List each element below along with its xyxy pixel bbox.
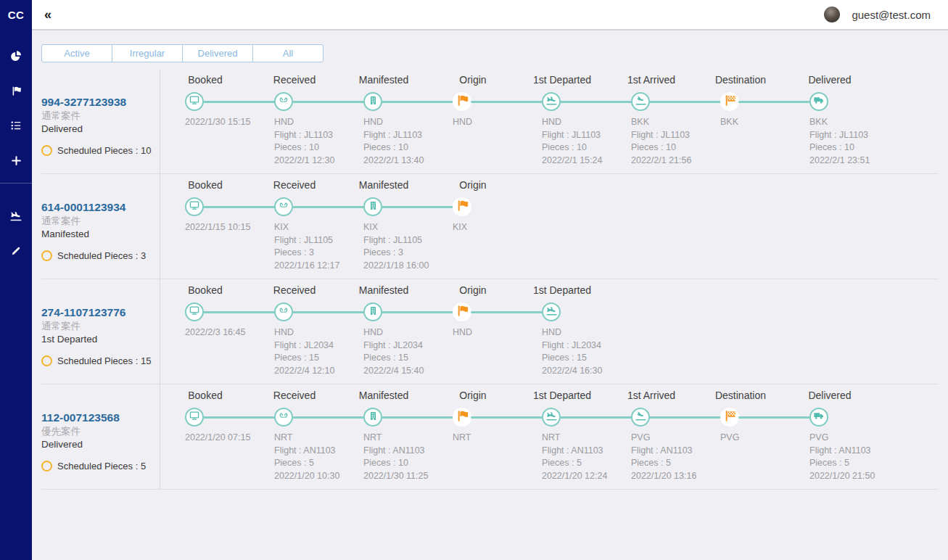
stage-detail: 2022/2/3 16:45 (185, 326, 274, 339)
stage-detail: PVG (720, 432, 809, 445)
building-icon (363, 408, 382, 427)
stage-details: HNDFlight : JL1103Pieces : 102022/2/1 13… (363, 116, 453, 167)
stage-detail: Flight : JL2034 (542, 339, 631, 353)
stage-detail: PVG (809, 432, 899, 445)
tab-all[interactable]: All (252, 44, 323, 62)
timeline-stage: Origin KIX (453, 179, 542, 279)
stage-detail: HND (363, 326, 453, 339)
stage-details: BKKFlight : JL1103Pieces : 102022/2/1 23… (809, 116, 899, 167)
case-status: Delivered (41, 438, 160, 451)
scheduled-pieces: Scheduled Pieces : 3 (41, 250, 160, 261)
timeline-stage: 1st Departed NRTFlight : AN1103Pieces : … (542, 390, 631, 489)
stage-details: KIXFlight : JL1105Pieces : 32022/1/18 16… (363, 221, 453, 272)
timeline-stage: Booked 2022/2/3 16:45 (185, 284, 274, 384)
user-menu[interactable]: guest@test.com (824, 7, 931, 22)
stage-detail: HND (274, 116, 363, 129)
shipment-info: 614-0001123934 通常案件 Manifested Scheduled… (41, 174, 160, 279)
case-type: 通常案件 (41, 110, 160, 123)
stage-detail: Pieces : 10 (363, 141, 453, 155)
stage-label: 1st Departed (533, 390, 591, 401)
tab-active[interactable]: Active (41, 44, 112, 62)
timeline-connector (292, 206, 364, 208)
tab-irregular[interactable]: Irregular (112, 44, 183, 62)
stage-detail: Pieces : 10 (363, 457, 453, 470)
hands-icon (274, 197, 293, 216)
stage-detail: 2022/2/1 23:51 (809, 155, 899, 168)
timeline-stage: 1st Departed HNDFlight : JL2034Pieces : … (542, 284, 631, 384)
scheduled-pieces-label: Scheduled Pieces : 3 (57, 250, 146, 261)
timeline-connector (203, 416, 275, 419)
case-number[interactable]: 994-3277123938 (41, 95, 160, 109)
stage-detail: 2022/2/4 12:10 (274, 365, 363, 378)
stage-detail: Pieces : 15 (363, 352, 453, 365)
stage-label: Origin (459, 74, 486, 86)
timeline-connector (382, 311, 453, 313)
stage-label: Received (273, 284, 316, 296)
sidebar: CC (0, 0, 32, 560)
timeline-stage: Received KIXFlight : JL1105Pieces : 3202… (274, 179, 363, 279)
stage-label: Origin (459, 390, 486, 401)
stage-detail: 2022/1/30 11:25 (363, 470, 453, 483)
stage-details: 2022/2/3 16:45 (185, 326, 274, 339)
sidebar-item-edit[interactable] (0, 234, 32, 268)
stage-detail: 2022/2/4 16:30 (542, 365, 631, 378)
stage-label: 1st Departed (533, 284, 591, 296)
case-type: 優先案件 (41, 425, 160, 438)
stage-detail: NRT (363, 432, 453, 445)
sidebar-item-flights[interactable] (0, 199, 32, 234)
stage-detail: 2022/1/20 07:15 (185, 432, 274, 445)
timeline-stage: Manifested KIXFlight : JL1105Pieces : 32… (363, 179, 453, 279)
plane-takeoff-icon (542, 302, 561, 321)
airplane-icon (9, 210, 22, 223)
stage-detail: Pieces : 5 (631, 457, 720, 470)
stage-details: NRTFlight : AN1103Pieces : 52022/1/20 10… (274, 432, 363, 482)
circle-icon (41, 461, 52, 472)
timeline-stage: Origin HND (453, 284, 542, 384)
tab-delivered[interactable]: Delivered (182, 44, 253, 62)
timeline-stage: Origin NRT (453, 390, 542, 489)
timeline-stage: Destination BKK (720, 74, 809, 173)
shipment-row: 112-007123568 優先案件 Delivered Scheduled P… (41, 384, 939, 490)
timeline-stage: Booked 2022/1/15 10:15 (185, 179, 274, 279)
timeline-stage: 1st Arrived BKKFlight : JL1103Pieces : 1… (631, 74, 720, 173)
stage-detail: Pieces : 5 (809, 457, 899, 470)
timeline-stage: Received HNDFlight : JL1103Pieces : 1020… (274, 74, 363, 173)
sidebar-item-add[interactable] (0, 143, 32, 178)
monitor-icon (185, 302, 204, 321)
stage-label: Received (273, 74, 316, 86)
checkered-flag-icon (720, 92, 739, 111)
stage-detail: Flight : AN1103 (809, 445, 899, 458)
timeline-stage: Destination PVG (720, 390, 809, 489)
stage-detail: 2022/1/15 10:15 (185, 221, 274, 234)
stage-detail: 2022/2/1 15:24 (542, 155, 631, 168)
stage-details: KIXFlight : JL1105Pieces : 32022/1/16 12… (274, 221, 363, 272)
circle-icon (41, 250, 52, 261)
stage-detail: Pieces : 10 (274, 141, 363, 155)
timeline-stage: Manifested HNDFlight : JL1103Pieces : 10… (363, 74, 453, 173)
stage-detail: Pieces : 3 (363, 247, 453, 260)
timeline-connector (471, 101, 543, 103)
building-icon (363, 197, 382, 216)
sidebar-item-flags[interactable] (0, 73, 32, 108)
shipment-row: 274-1107123776 通常案件 1st Departed Schedul… (41, 279, 939, 384)
stage-label: Manifested (359, 74, 408, 86)
case-number[interactable]: 274-1107123776 (41, 305, 160, 319)
stage-details: 2022/1/15 10:15 (185, 221, 274, 234)
collapse-sidebar-button[interactable]: « (41, 7, 54, 22)
sidebar-item-dashboard[interactable] (0, 38, 32, 73)
stage-detail: Pieces : 5 (542, 457, 631, 470)
stage-detail: KIX (274, 221, 363, 234)
timeline-connector (471, 416, 543, 419)
scheduled-pieces: Scheduled Pieces : 15 (41, 355, 160, 366)
sidebar-item-list[interactable] (0, 108, 32, 143)
stage-details: 2022/1/30 15:15 (185, 116, 274, 129)
case-number[interactable]: 614-0001123934 (41, 200, 160, 214)
stage-detail: 2022/1/30 15:15 (185, 116, 274, 129)
flag-icon (453, 197, 471, 216)
stage-detail: 2022/1/18 16:00 (363, 260, 453, 273)
timeline-stage: Origin HND (453, 74, 542, 173)
stage-detail: Flight : JL1103 (363, 129, 453, 142)
case-number[interactable]: 112-007123568 (41, 411, 160, 424)
timeline: Booked 2022/1/15 10:15 Received (160, 174, 939, 279)
timeline-connector (649, 101, 721, 103)
